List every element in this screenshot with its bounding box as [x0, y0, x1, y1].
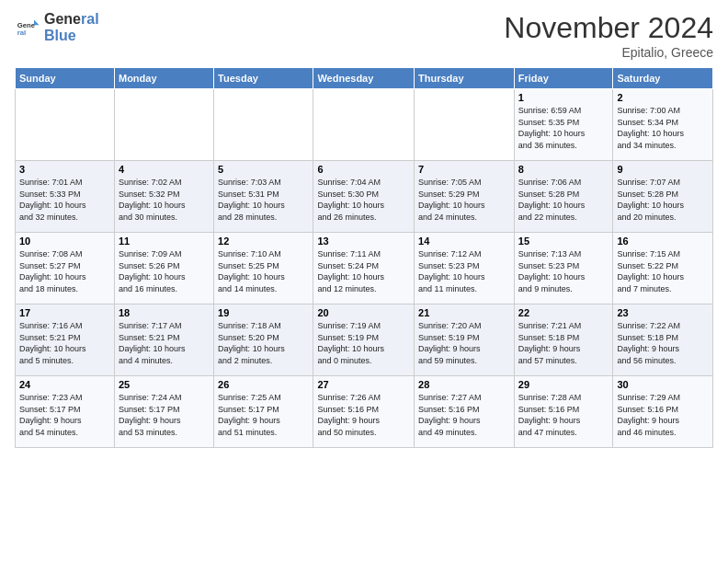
week-row-2: 3Sunrise: 7:01 AM Sunset: 5:33 PM Daylig… — [16, 161, 713, 233]
calendar-cell: 24Sunrise: 7:23 AM Sunset: 5:17 PM Dayli… — [16, 376, 115, 448]
calendar-cell: 6Sunrise: 7:04 AM Sunset: 5:30 PM Daylig… — [313, 161, 415, 233]
calendar-cell: 4Sunrise: 7:02 AM Sunset: 5:32 PM Daylig… — [114, 161, 213, 233]
day-number: 15 — [518, 236, 609, 247]
day-info: Sunrise: 7:27 AM Sunset: 5:16 PM Dayligh… — [418, 392, 510, 438]
calendar-cell: 30Sunrise: 7:29 AM Sunset: 5:16 PM Dayli… — [613, 376, 713, 448]
day-number: 11 — [119, 236, 210, 247]
calendar-cell: 15Sunrise: 7:13 AM Sunset: 5:23 PM Dayli… — [514, 233, 613, 304]
calendar-cell — [415, 89, 515, 161]
calendar-cell — [313, 89, 415, 161]
header: Gene ral General Blue November 2024 Epit… — [15, 11, 713, 60]
header-row: SundayMondayTuesdayWednesdayThursdayFrid… — [16, 68, 713, 89]
day-number: 21 — [418, 307, 510, 318]
calendar-cell: 1Sunrise: 6:59 AM Sunset: 5:35 PM Daylig… — [514, 89, 613, 161]
day-info: Sunrise: 7:22 AM Sunset: 5:18 PM Dayligh… — [617, 320, 709, 366]
week-row-1: 1Sunrise: 6:59 AM Sunset: 5:35 PM Daylig… — [16, 89, 713, 161]
day-info: Sunrise: 7:28 AM Sunset: 5:16 PM Dayligh… — [518, 392, 609, 438]
day-number: 8 — [518, 164, 609, 175]
calendar-cell: 27Sunrise: 7:26 AM Sunset: 5:16 PM Dayli… — [313, 376, 415, 448]
day-info: Sunrise: 7:12 AM Sunset: 5:23 PM Dayligh… — [418, 248, 510, 294]
calendar-cell: 22Sunrise: 7:21 AM Sunset: 5:18 PM Dayli… — [514, 304, 613, 376]
location: Epitalio, Greece — [504, 45, 713, 60]
logo-general: Gene — [44, 11, 81, 27]
week-row-4: 17Sunrise: 7:16 AM Sunset: 5:21 PM Dayli… — [16, 304, 713, 376]
calendar-cell: 17Sunrise: 7:16 AM Sunset: 5:21 PM Dayli… — [16, 304, 115, 376]
day-info: Sunrise: 7:24 AM Sunset: 5:17 PM Dayligh… — [119, 392, 210, 438]
logo-blue2: Blue — [44, 28, 76, 43]
day-header-friday: Friday — [514, 68, 613, 89]
calendar-cell — [16, 89, 115, 161]
day-number: 1 — [518, 92, 609, 103]
calendar-cell: 26Sunrise: 7:25 AM Sunset: 5:17 PM Dayli… — [214, 376, 313, 448]
day-number: 12 — [218, 236, 309, 247]
day-info: Sunrise: 7:13 AM Sunset: 5:23 PM Dayligh… — [518, 248, 609, 294]
day-info: Sunrise: 7:02 AM Sunset: 5:32 PM Dayligh… — [119, 177, 210, 223]
page-container: Gene ral General Blue November 2024 Epit… — [0, 0, 728, 455]
day-info: Sunrise: 7:00 AM Sunset: 5:34 PM Dayligh… — [617, 105, 709, 151]
day-number: 6 — [317, 164, 410, 175]
day-number: 29 — [518, 379, 609, 390]
day-number: 2 — [617, 92, 709, 103]
calendar-cell: 14Sunrise: 7:12 AM Sunset: 5:23 PM Dayli… — [415, 233, 515, 304]
day-info: Sunrise: 7:11 AM Sunset: 5:24 PM Dayligh… — [317, 248, 410, 294]
day-info: Sunrise: 7:23 AM Sunset: 5:17 PM Dayligh… — [19, 392, 110, 438]
logo: Gene ral General Blue — [15, 11, 99, 43]
day-info: Sunrise: 7:15 AM Sunset: 5:22 PM Dayligh… — [617, 248, 709, 294]
day-number: 16 — [617, 236, 709, 247]
day-number: 27 — [317, 379, 410, 390]
calendar-cell: 19Sunrise: 7:18 AM Sunset: 5:20 PM Dayli… — [214, 304, 313, 376]
svg-text:Gene: Gene — [17, 21, 36, 29]
calendar-cell: 2Sunrise: 7:00 AM Sunset: 5:34 PM Daylig… — [613, 89, 713, 161]
month-title: November 2024 — [504, 11, 713, 45]
week-row-5: 24Sunrise: 7:23 AM Sunset: 5:17 PM Dayli… — [16, 376, 713, 448]
title-block: November 2024 Epitalio, Greece — [504, 11, 713, 60]
day-number: 24 — [19, 379, 110, 390]
calendar-cell: 7Sunrise: 7:05 AM Sunset: 5:29 PM Daylig… — [415, 161, 515, 233]
svg-text:ral: ral — [17, 29, 26, 37]
day-info: Sunrise: 7:09 AM Sunset: 5:26 PM Dayligh… — [119, 248, 210, 294]
calendar-cell: 11Sunrise: 7:09 AM Sunset: 5:26 PM Dayli… — [114, 233, 213, 304]
logo-blue: ral — [81, 11, 99, 27]
day-number: 5 — [218, 164, 309, 175]
day-number: 28 — [418, 379, 510, 390]
day-number: 20 — [317, 307, 410, 318]
calendar-cell: 16Sunrise: 7:15 AM Sunset: 5:22 PM Dayli… — [613, 233, 713, 304]
day-info: Sunrise: 7:07 AM Sunset: 5:28 PM Dayligh… — [617, 177, 709, 223]
day-number: 19 — [218, 307, 309, 318]
day-info: Sunrise: 7:18 AM Sunset: 5:20 PM Dayligh… — [218, 320, 309, 366]
day-header-tuesday: Tuesday — [214, 68, 313, 89]
day-info: Sunrise: 7:10 AM Sunset: 5:25 PM Dayligh… — [218, 248, 309, 294]
day-info: Sunrise: 7:19 AM Sunset: 5:19 PM Dayligh… — [317, 320, 410, 366]
day-info: Sunrise: 7:03 AM Sunset: 5:31 PM Dayligh… — [218, 177, 309, 223]
calendar-cell: 23Sunrise: 7:22 AM Sunset: 5:18 PM Dayli… — [613, 304, 713, 376]
calendar-cell: 21Sunrise: 7:20 AM Sunset: 5:19 PM Dayli… — [415, 304, 515, 376]
day-info: Sunrise: 6:59 AM Sunset: 5:35 PM Dayligh… — [518, 105, 609, 151]
calendar-table: SundayMondayTuesdayWednesdayThursdayFrid… — [15, 67, 713, 448]
day-info: Sunrise: 7:17 AM Sunset: 5:21 PM Dayligh… — [119, 320, 210, 366]
day-number: 7 — [418, 164, 510, 175]
day-info: Sunrise: 7:04 AM Sunset: 5:30 PM Dayligh… — [317, 177, 410, 223]
day-info: Sunrise: 7:26 AM Sunset: 5:16 PM Dayligh… — [317, 392, 410, 438]
day-header-saturday: Saturday — [613, 68, 713, 89]
day-number: 14 — [418, 236, 510, 247]
calendar-cell: 8Sunrise: 7:06 AM Sunset: 5:28 PM Daylig… — [514, 161, 613, 233]
day-info: Sunrise: 7:05 AM Sunset: 5:29 PM Dayligh… — [418, 177, 510, 223]
day-number: 10 — [19, 236, 110, 247]
logo-icon: Gene ral — [15, 15, 40, 40]
calendar-cell: 28Sunrise: 7:27 AM Sunset: 5:16 PM Dayli… — [415, 376, 515, 448]
day-number: 13 — [317, 236, 410, 247]
calendar-cell: 20Sunrise: 7:19 AM Sunset: 5:19 PM Dayli… — [313, 304, 415, 376]
calendar-cell: 12Sunrise: 7:10 AM Sunset: 5:25 PM Dayli… — [214, 233, 313, 304]
calendar-cell — [114, 89, 213, 161]
day-header-monday: Monday — [114, 68, 213, 89]
day-info: Sunrise: 7:20 AM Sunset: 5:19 PM Dayligh… — [418, 320, 510, 366]
day-number: 30 — [617, 379, 709, 390]
day-info: Sunrise: 7:25 AM Sunset: 5:17 PM Dayligh… — [218, 392, 309, 438]
day-header-wednesday: Wednesday — [313, 68, 415, 89]
day-info: Sunrise: 7:01 AM Sunset: 5:33 PM Dayligh… — [19, 177, 110, 223]
calendar-cell: 25Sunrise: 7:24 AM Sunset: 5:17 PM Dayli… — [114, 376, 213, 448]
calendar-cell: 5Sunrise: 7:03 AM Sunset: 5:31 PM Daylig… — [214, 161, 313, 233]
day-number: 23 — [617, 307, 709, 318]
day-header-sunday: Sunday — [16, 68, 115, 89]
calendar-cell: 3Sunrise: 7:01 AM Sunset: 5:33 PM Daylig… — [16, 161, 115, 233]
